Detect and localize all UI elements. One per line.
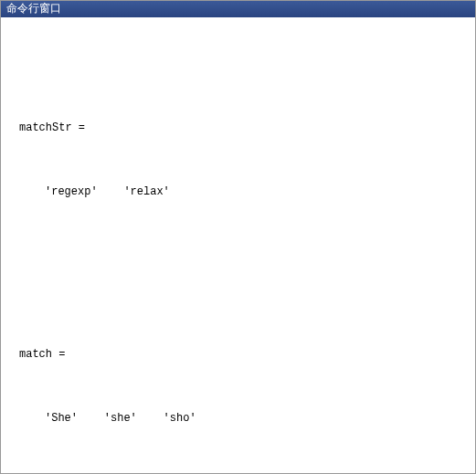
var-value: 'She' 'she' 'sho' [19, 410, 475, 427]
command-output-area[interactable]: matchStr = 'regexp' 'relax' match = 'She… [1, 17, 475, 473]
output-block: matchStr = 'regexp' 'relax' [19, 74, 475, 246]
var-value: 'regexp' 'relax' [19, 184, 475, 200]
var-name: matchStr = [19, 120, 475, 136]
output-block: match = 'She' 'she' 'sho' [19, 300, 475, 472]
window-title: 命令行窗口 [6, 3, 61, 16]
var-name: match = [19, 346, 475, 363]
window-titlebar: 命令行窗口 [1, 1, 475, 17]
